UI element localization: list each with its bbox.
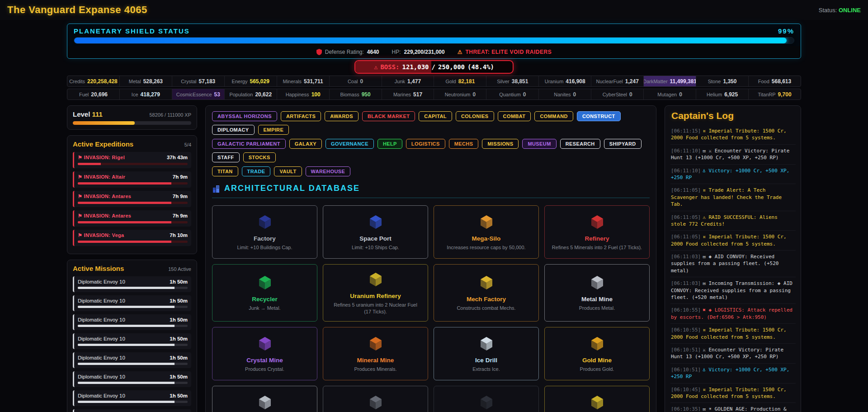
resource-chip: Marines 517	[382, 89, 434, 99]
nav-tab[interactable]: SHIPYARD	[604, 139, 642, 149]
expedition-name: ⚑ INVASION: Altair	[78, 174, 125, 180]
resource-label: Food	[758, 79, 769, 84]
resource-chip: Happiness 100	[277, 89, 330, 99]
log-entry: [06:11:10]⚓ Victory: +1000 Cr, +500 XP, …	[670, 165, 796, 185]
nav-tab[interactable]: CONSTRUCT	[577, 111, 621, 121]
database-header: ARCHITECTURAL DATABASE	[212, 184, 650, 198]
invasion-flag-icon: ⚑	[78, 213, 82, 218]
mission-progress-fill	[78, 306, 175, 308]
nav-tab[interactable]: VAULT	[274, 166, 302, 176]
left-sidebar: Level 111 58206 / 111000 XP Active Exped…	[67, 105, 197, 412]
missions-list: Diplomatic Envoy 10 1h 50m Diplomatic En…	[73, 276, 191, 412]
resource-value: 0	[473, 91, 476, 98]
building-card[interactable]: Uranium Mine Produces Uranium Ore.	[544, 386, 650, 412]
missions-count: 150 Active	[168, 266, 191, 272]
shield-progress-bar	[74, 37, 794, 44]
resource-chip: Credits 220,258,428	[67, 76, 120, 86]
defense-rating-label: Defense Rating:	[325, 49, 364, 55]
resource-label: Neutronium	[445, 92, 471, 97]
nav-tab[interactable]: GALACTIC PARLIAMENT	[212, 139, 286, 149]
log-timestamp: [06:11:05]	[671, 187, 701, 193]
building-name: Metal Mine	[581, 296, 613, 303]
building-card[interactable]: Mega-Silo Increases resource caps by 50,…	[434, 205, 539, 259]
nav-tab[interactable]: COLONIES	[456, 111, 494, 121]
nav-tab[interactable]: STAFF	[212, 152, 240, 162]
resource-value: 0	[360, 78, 363, 85]
log-entry: [06:10:35]✉ ☀ GOLDEN AGE: Production & X…	[670, 403, 796, 411]
nav-tab[interactable]: DIPLOMACY	[212, 125, 255, 135]
expedition-item: ⚑ INVASION: Rigel 37h 43m	[73, 152, 191, 168]
building-card[interactable]: Silver Mine Produces Silver.	[212, 386, 317, 412]
building-name: Mineral Mine	[357, 357, 394, 364]
nav-tab[interactable]: MISSIONS	[482, 139, 519, 149]
resource-chip: Energy 565,029	[225, 76, 277, 86]
expedition-name: ⚑ INVASION: Antares	[78, 213, 131, 219]
nav-tab[interactable]: TRADE	[242, 166, 271, 176]
nav-tab[interactable]: EMPIRE	[258, 125, 289, 135]
shield-percent: 99%	[778, 27, 794, 35]
resource-chip: Neutronium 0	[434, 89, 486, 99]
captains-log-list[interactable]: [06:11:15]¤ Imperial Tribute: 1500 Cr, 2…	[670, 125, 798, 411]
nav-tab[interactable]: LOGISTICS	[406, 139, 445, 149]
building-card[interactable]: Stone Mine Produces Stone.	[323, 386, 428, 412]
building-card[interactable]: Ice Drill Extracts Ice.	[434, 327, 539, 380]
nav-tab[interactable]: CAPITAL	[419, 111, 452, 121]
resource-value: 20,622	[255, 91, 272, 98]
invasion-flag-icon: ⚑	[78, 174, 82, 180]
nav-tab[interactable]: COMBAT	[498, 111, 531, 121]
building-card[interactable]: Metal Mine Produces Metal.	[544, 264, 650, 322]
mission-item: Diplomatic Envoy 10 1h 50m	[73, 390, 191, 406]
building-description: Produces Gold.	[580, 366, 614, 373]
nav-tab[interactable]: GOVERNANCE	[326, 139, 374, 149]
nav-tab[interactable]: ARTIFACTS	[281, 111, 321, 121]
resource-label: CosmicEssence	[176, 92, 212, 97]
building-description: Increases resource caps by 50,000.	[447, 244, 525, 251]
nav-tab[interactable]: GALAXY	[289, 139, 322, 149]
resource-chip: Junk 1,477	[382, 76, 434, 86]
building-card[interactable]: Uranium Refinery Refines 5 uranium into …	[323, 264, 428, 322]
nav-tab[interactable]: MECHS	[449, 139, 479, 149]
mission-item: Diplomatic Envoy 10 1h 50m	[73, 352, 191, 368]
nav-tab[interactable]: COMMAND	[534, 111, 573, 121]
building-cube-icon	[256, 274, 274, 292]
threat-icon: ⚠	[458, 49, 462, 55]
invasion-flag-icon: ⚑	[78, 194, 82, 199]
nav-tab[interactable]: ABYSSAL HORIZONS	[212, 111, 277, 121]
building-card[interactable]: Crystal Mine Produces Crystal.	[212, 327, 317, 380]
building-card[interactable]: Mech Factory Constructs combat Mechs.	[434, 264, 539, 322]
log-entry: [06:11:05]¤ Imperial Tribute: 1500 Cr, 2…	[670, 231, 796, 251]
building-card[interactable]: Refinery Refines 5 Minerals into 2 Fuel …	[544, 205, 650, 259]
building-card[interactable]: Mineral Mine Produces Minerals.	[323, 327, 428, 380]
resource-chip: Uranium 416,908	[539, 76, 591, 86]
log-timestamp: [06:11:03]	[671, 254, 701, 260]
defense-rating-value: 4640	[367, 49, 379, 55]
mission-time: 1h 50m	[170, 355, 188, 360]
boss-health-bar: ⚠ BOSS: 121,030 / 250,000 (48.4%)	[354, 60, 514, 74]
building-card[interactable]: Recycler Junk → Metal.	[212, 264, 317, 322]
nav-tab[interactable]: STOCKS	[243, 152, 276, 162]
building-card[interactable]: Gold Mine Produces Gold.	[544, 327, 650, 380]
building-description: Limit: +10 Ships Cap.	[352, 244, 399, 251]
database-title: ARCHITECTURAL DATABASE	[224, 184, 360, 193]
resource-label: NuclearFuel	[596, 79, 623, 84]
nav-tab[interactable]: AWARDS	[325, 111, 359, 121]
nav-tab[interactable]: MUSEUM	[522, 139, 556, 149]
mission-progress-fill	[78, 325, 175, 327]
resource-chip: Silver 38,851	[486, 76, 539, 86]
nav-tab[interactable]: HELP	[377, 139, 402, 149]
building-card[interactable]: Factory Limit: +10 Buildings Cap.	[212, 205, 317, 259]
building-description: Refines 5 Minerals into 2 Fuel (17 Ticks…	[552, 244, 642, 251]
planetary-shield-panel: PLANETARY SHIELD STATUS 99% Defense Rati…	[67, 24, 801, 59]
resource-chip: TitanRP 9,700	[749, 89, 801, 99]
log-entry: [06:11:05]⚠ RAID SUCCESSFUL: Aliens stol…	[670, 211, 796, 231]
building-card[interactable]: Coal Mine Produces Coal.	[434, 386, 539, 412]
mission-item: Diplomatic Envoy 10 1h 50m	[73, 276, 191, 292]
tab-bar-row-3: TITAN TRADE VAULT WAREHOUSE	[212, 166, 650, 176]
mission-name: Diplomatic Envoy 10	[78, 374, 125, 379]
nav-tab[interactable]: RESEARCH	[560, 139, 600, 149]
nav-tab[interactable]: BLACK MARKET	[362, 111, 415, 121]
nav-tab[interactable]: WAREHOUSE	[306, 166, 351, 176]
log-timestamp: [06:11:05]	[671, 214, 701, 220]
nav-tab[interactable]: TITAN	[212, 166, 238, 176]
building-card[interactable]: Space Port Limit: +10 Ships Cap.	[323, 205, 428, 259]
